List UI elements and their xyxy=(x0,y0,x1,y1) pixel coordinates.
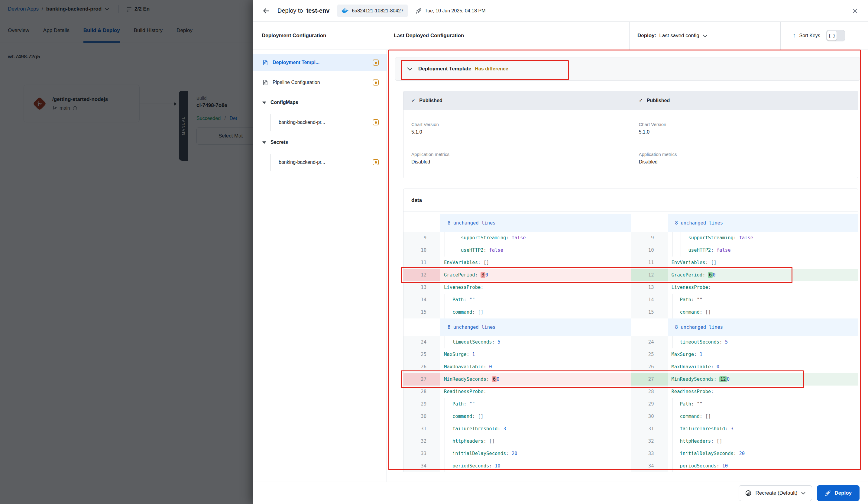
field-label: Application metrics xyxy=(411,152,623,157)
check-icon: ✓ xyxy=(639,97,643,104)
diff-line-32: 32httpHeaders: [] xyxy=(631,435,858,448)
sidebar-item-configmap-banking-backend[interactable]: banking-backend-pr... xyxy=(270,114,386,131)
diff-line-32: 32httpHeaders: [] xyxy=(403,435,631,448)
field-value: Disabled xyxy=(411,159,623,165)
field-value: 5.1.0 xyxy=(411,129,623,135)
recreate-strategy-icon xyxy=(745,490,752,496)
modified-indicator-icon xyxy=(373,119,379,125)
diff-line-29: 29Path: "" xyxy=(631,398,858,410)
diff-line-27: 27MinReadySeconds: 60 xyxy=(403,373,631,386)
sidebar-title: Deployment Configuration xyxy=(262,33,326,39)
diff-line-34: 34periodSeconds: 10 xyxy=(403,460,631,472)
file-code-icon xyxy=(262,80,268,85)
diff-line-30: 30command: [] xyxy=(403,410,631,423)
field-label: Chart Version xyxy=(639,122,850,127)
diff-line-11: 11EnvVariables: [] xyxy=(631,256,858,269)
diff-line-9: 9supportStreaming: false xyxy=(631,232,858,244)
diff-unchanged-band[interactable]: 8 unchanged lines xyxy=(631,318,858,336)
rocket-icon xyxy=(825,490,831,496)
diff-line-24: 24timeoutSeconds: 5 xyxy=(631,336,858,348)
diff-line-28: 28ReadinessProbe: xyxy=(403,386,631,398)
published-status: Published xyxy=(647,98,670,103)
deployment-template-section-header[interactable]: Deployment Template Has difference xyxy=(395,57,860,81)
sidebar-item-pipeline-configuration[interactable]: Pipeline Configuration xyxy=(253,74,386,91)
diff-line-33: 33initialDelaySeconds: 20 xyxy=(631,448,858,460)
deploy-modal: Deploy to test-env 6a824121-10821-80427 xyxy=(253,0,868,504)
triangle-down-icon xyxy=(262,101,266,104)
check-icon: ✓ xyxy=(411,97,415,104)
code-braces-icon: {·} xyxy=(827,31,837,41)
diff-line-12: 12GracePeriod: 30 xyxy=(403,269,631,281)
sort-keys-button[interactable]: ↑ Sort Keys xyxy=(793,32,820,39)
compare-column-title: Last Deployed Configuration xyxy=(394,33,464,39)
diff-line-26: 26MaxUnavailable: 0 xyxy=(403,361,631,373)
diff-line-25: 25MaxSurge: 1 xyxy=(403,348,631,361)
diff-line-27: 27MinReadySeconds: 120 xyxy=(631,373,858,386)
published-column-left: ✓ Published Chart Version 5.1.0 Applicat… xyxy=(403,91,631,178)
file-code-icon xyxy=(262,60,268,65)
arrow-up-icon: ↑ xyxy=(793,32,796,39)
diff-line-14: 14Path: "" xyxy=(403,294,631,306)
diff-line-26: 26MaxUnavailable: 0 xyxy=(631,361,858,373)
sidebar-item-secret-banking-backend[interactable]: banking-backend-pr... xyxy=(270,154,386,171)
image-tag-text: 6a824121-10821-80427 xyxy=(352,8,403,13)
modified-indicator-icon xyxy=(373,60,379,65)
config-sidebar: Deployment Templ... Pipeline Configurati… xyxy=(253,50,387,482)
field-label: Chart Version xyxy=(411,122,623,127)
diff-unchanged-band[interactable]: 8 unchanged lines xyxy=(403,318,631,336)
modal-footer: Recreate (Default) Deploy xyxy=(253,482,868,504)
deployment-time: Tue, 10 Jun 2025, 04:18 PM xyxy=(415,8,485,14)
diff-line-31: 31failureThreshold: 3 xyxy=(631,423,858,435)
diff-pane-target: 8 unchanged lines9supportStreaming: fals… xyxy=(631,214,858,472)
rocket-icon xyxy=(415,8,422,14)
field-value: 5.1.0 xyxy=(639,129,850,135)
modal-header: Deploy to test-env 6a824121-10821-80427 xyxy=(253,0,868,22)
diff-line-24: 24timeoutSeconds: 5 xyxy=(403,336,631,348)
chart-meta-card: ✓ Published Chart Version 5.1.0 Applicat… xyxy=(403,91,858,178)
published-status: Published xyxy=(419,98,442,103)
modal-toolbar: Deployment Configuration Last Deployed C… xyxy=(253,22,868,50)
diff-line-30: 30command: [] xyxy=(631,410,858,423)
diff-line-12: 12GracePeriod: 60 xyxy=(631,269,858,281)
diff-line-10: 10useHTTP2: false xyxy=(631,244,858,256)
sidebar-item-deployment-template[interactable]: Deployment Templ... xyxy=(253,54,386,71)
diff-line-29: 29Path: "" xyxy=(403,398,631,410)
docker-icon xyxy=(342,8,349,13)
deploy-button[interactable]: Deploy xyxy=(817,485,859,501)
close-icon[interactable] xyxy=(850,6,859,15)
data-diff-card: data 8 unchanged lines9supportStreaming:… xyxy=(403,189,858,472)
screen: Devtron Apps / banking-backend-prod 2/2 … xyxy=(0,0,868,504)
diff-line-15: 15command: [] xyxy=(403,306,631,318)
chevron-down-icon xyxy=(407,67,413,71)
chevron-down-icon xyxy=(702,34,708,38)
modal-title: Deploy to test-env xyxy=(277,7,329,14)
diff-line-14: 14Path: "" xyxy=(631,294,858,306)
image-tag-chip: 6a824121-10821-80427 xyxy=(337,4,408,17)
config-diff-area: Deployment Template Has difference ✓ Pub… xyxy=(387,50,868,482)
deployment-strategy-button[interactable]: Recreate (Default) xyxy=(738,485,812,501)
diff-line-10: 10useHTTP2: false xyxy=(403,244,631,256)
diff-line-28: 28ReadinessProbe: xyxy=(631,386,858,398)
diff-line-9: 9supportStreaming: false xyxy=(403,232,631,244)
diff-line-33: 33initialDelaySeconds: 20 xyxy=(403,448,631,460)
yaml-diff: 8 unchanged lines9supportStreaming: fals… xyxy=(403,212,858,472)
code-view-toggle[interactable]: {·} xyxy=(826,30,845,41)
diff-line-31: 31failureThreshold: 3 xyxy=(403,423,631,435)
sidebar-group-configmaps[interactable]: ConfigMaps xyxy=(253,94,386,111)
diff-line-34: 34periodSeconds: 10 xyxy=(631,460,858,472)
diff-line-25: 25MaxSurge: 1 xyxy=(631,348,858,361)
published-column-right: ✓ Published Chart Version 5.1.0 Applicat… xyxy=(631,91,858,178)
field-value: Disabled xyxy=(639,159,850,165)
back-arrow-icon[interactable] xyxy=(262,6,271,15)
diff-unchanged-band[interactable]: 8 unchanged lines xyxy=(403,214,631,232)
diff-line-11: 11EnvVariables: [] xyxy=(403,256,631,269)
data-section-title: data xyxy=(411,197,422,203)
modified-indicator-icon xyxy=(373,159,379,165)
sidebar-group-secrets[interactable]: Secrets xyxy=(253,134,386,151)
modified-indicator-icon xyxy=(373,80,379,85)
chevron-down-icon xyxy=(801,492,806,495)
field-label: Application metrics xyxy=(639,152,850,157)
diff-unchanged-band[interactable]: 8 unchanged lines xyxy=(631,214,858,232)
diff-line-13: 13LivenessProbe: xyxy=(631,281,858,294)
deploy-config-select[interactable]: Deploy: Last saved config xyxy=(638,33,708,39)
